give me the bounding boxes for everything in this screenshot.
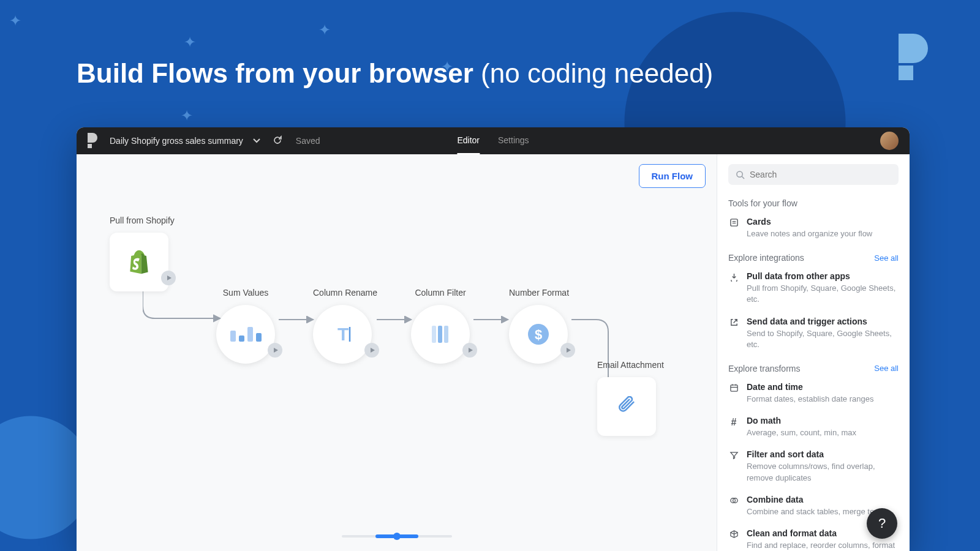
help-button[interactable]: ?	[867, 508, 897, 539]
node-email-attachment[interactable]: Email Attachment	[597, 360, 664, 436]
svg-line-13	[742, 176, 744, 179]
download-icon	[728, 271, 739, 305]
node-number-format[interactable]: Number Format $	[509, 288, 569, 364]
cube-icon	[728, 528, 739, 551]
flow-name: Daily Shopify gross sales summary	[110, 136, 243, 146]
section-transforms-label: Explore transforms	[728, 364, 800, 373]
app-logo-icon	[88, 133, 97, 149]
svg-marker-1	[307, 317, 313, 323]
tools-sidepanel: Tools for your flow CardsLeave notes and…	[717, 154, 910, 551]
node-column-filter[interactable]: Column Filter	[411, 288, 470, 364]
see-all-integrations[interactable]: See all	[874, 253, 899, 263]
calendar-icon	[728, 382, 739, 405]
topbar: Daily Shopify gross sales summary Saved …	[77, 127, 910, 154]
canvas-scrollbar[interactable]	[342, 535, 452, 538]
tool-date-time[interactable]: Date and timeFormat dates, establish dat…	[728, 382, 899, 405]
external-link-icon	[728, 317, 739, 350]
play-icon[interactable]	[364, 343, 379, 358]
section-tools-label: Tools for your flow	[728, 198, 899, 208]
text-cursor-icon: T	[329, 321, 356, 348]
funnel-icon	[728, 449, 739, 483]
play-icon[interactable]	[560, 343, 575, 358]
attachment-icon	[616, 396, 637, 417]
svg-rect-7	[432, 326, 436, 343]
node-column-rename[interactable]: Column Rename T	[313, 288, 377, 364]
svg-rect-14	[730, 219, 737, 226]
tool-send-data[interactable]: Send data and trigger actionsSend to Sho…	[728, 317, 899, 350]
section-integrations-label: Explore integrations	[728, 253, 804, 263]
search-input[interactable]	[728, 164, 899, 185]
bars-icon	[230, 327, 262, 342]
svg-text:T: T	[337, 324, 349, 344]
hero-title: Build Flows from your browser (no coding…	[77, 58, 713, 89]
svg-rect-9	[444, 326, 448, 343]
svg-marker-3	[502, 317, 508, 323]
svg-rect-8	[438, 326, 442, 343]
hash-icon: #	[728, 416, 739, 438]
dollar-icon: $	[526, 322, 551, 347]
tab-editor[interactable]: Editor	[457, 127, 480, 155]
parabola-logo-corner	[899, 34, 928, 83]
avatar[interactable]	[880, 132, 899, 150]
svg-rect-17	[730, 385, 737, 391]
app-window: Daily Shopify gross sales summary Saved …	[77, 127, 910, 551]
play-icon[interactable]	[268, 343, 282, 358]
tool-pull-data[interactable]: Pull data from other appsPull from Shopi…	[728, 271, 899, 305]
svg-text:$: $	[535, 327, 542, 342]
saved-status: Saved	[296, 136, 320, 146]
svg-marker-2	[405, 317, 411, 323]
shopify-icon	[126, 249, 153, 276]
tool-cards[interactable]: CardsLeave notes and organize your flow	[728, 217, 899, 239]
svg-point-12	[737, 171, 742, 176]
cards-icon	[728, 217, 739, 239]
node-pull-shopify[interactable]: Pull from Shopify	[110, 216, 175, 291]
play-icon[interactable]	[161, 271, 176, 285]
search-icon	[736, 170, 745, 179]
node-sum-values[interactable]: Sum Values	[216, 288, 275, 364]
main-tabs: Editor Settings	[457, 127, 529, 155]
tool-do-math[interactable]: # Do mathAverage, sum, count, min, max	[728, 416, 899, 438]
run-flow-button[interactable]: Run Flow	[639, 164, 706, 188]
flow-canvas[interactable]: Run Flow Pull from Shopify	[77, 154, 717, 551]
reload-icon[interactable]	[273, 135, 282, 147]
tool-filter-sort[interactable]: Filter and sort dataRemove columns/rows,…	[728, 449, 899, 483]
play-icon[interactable]	[462, 343, 477, 358]
see-all-transforms[interactable]: See all	[874, 364, 899, 373]
tab-settings[interactable]: Settings	[498, 127, 529, 155]
flow-dropdown-icon[interactable]	[252, 135, 262, 147]
link-icon	[728, 495, 739, 517]
columns-icon	[428, 322, 453, 347]
